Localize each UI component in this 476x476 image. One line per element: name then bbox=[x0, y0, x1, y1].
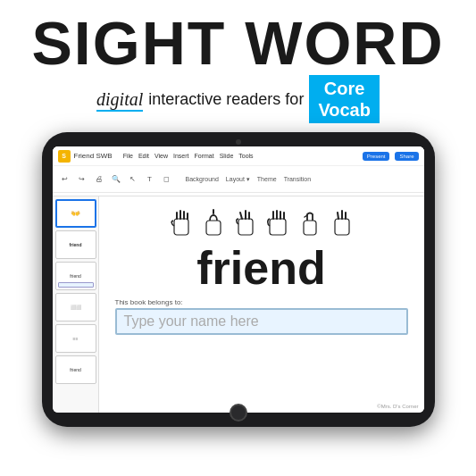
menu-file[interactable]: File bbox=[123, 153, 133, 159]
asl-hand-6 bbox=[328, 205, 356, 241]
svg-rect-5 bbox=[206, 221, 221, 235]
tablet-home-button[interactable] bbox=[230, 404, 247, 422]
asl-hands-row bbox=[167, 205, 356, 241]
menu-insert[interactable]: Insert bbox=[173, 153, 189, 159]
tablet-screen: S Friend SWB File Edit View Insert Forma… bbox=[53, 146, 424, 413]
slides-icon: S bbox=[58, 150, 71, 163]
page-wrapper: SIGHT WORD digital interactive readers f… bbox=[0, 0, 476, 476]
book-belongs-label: This book belongs to: bbox=[115, 298, 408, 306]
svg-rect-0 bbox=[174, 219, 188, 235]
main-title: SIGHT WORD bbox=[32, 13, 445, 73]
word-display: friend bbox=[196, 245, 325, 291]
share-button[interactable]: Share bbox=[395, 152, 418, 161]
tab-theme[interactable]: Theme bbox=[257, 176, 277, 183]
slides-tools-bar: ↩ ↪ 🖨 🔍 ↖ T ◻ Background Layout ▾ Theme … bbox=[53, 166, 424, 193]
svg-rect-18 bbox=[335, 219, 349, 235]
asl-hand-3 bbox=[231, 205, 260, 241]
slides-menu-items: File Edit View Insert Format Slide Tools bbox=[123, 153, 254, 159]
present-button[interactable]: Present bbox=[363, 152, 390, 161]
core-vocab-badge: Core Vocab bbox=[309, 75, 380, 123]
menu-tools[interactable]: Tools bbox=[238, 153, 253, 159]
subtitle-row: digital interactive readers for Core Voc… bbox=[18, 75, 458, 123]
subtitle-digital: digital bbox=[96, 89, 143, 110]
asl-hand-2 bbox=[199, 205, 228, 241]
name-input-field[interactable]: Type your name here bbox=[115, 308, 408, 335]
tool-shape[interactable]: ◻ bbox=[160, 172, 174, 187]
slide-thumb-2[interactable]: friend bbox=[55, 230, 96, 259]
tablet-camera bbox=[236, 139, 241, 145]
slide-thumb-1[interactable]: 👐 bbox=[55, 199, 96, 228]
tool-redo[interactable]: ↪ bbox=[75, 172, 89, 187]
slides-filename: Friend SWB bbox=[74, 152, 113, 160]
slides-toolbar: S Friend SWB File Edit View Insert Forma… bbox=[53, 146, 424, 196]
asl-hand-4 bbox=[263, 205, 292, 241]
tab-background[interactable]: Background bbox=[186, 176, 219, 183]
tool-text[interactable]: T bbox=[143, 172, 157, 187]
menu-edit[interactable]: Edit bbox=[138, 153, 149, 159]
book-belongs: This book belongs to: Type your name her… bbox=[112, 298, 412, 335]
svg-rect-11 bbox=[270, 219, 286, 235]
slide-thumb-4[interactable]: ⬜⬜ bbox=[55, 293, 96, 322]
theme-tabs: Background Layout ▾ Theme Transition bbox=[186, 176, 312, 183]
slides-menubar: S Friend SWB File Edit View Insert Forma… bbox=[53, 146, 424, 166]
tab-layout[interactable]: Layout ▾ bbox=[226, 176, 250, 183]
slide-thumb-6[interactable]: friend bbox=[55, 355, 96, 384]
menu-format[interactable]: Format bbox=[195, 153, 214, 159]
tool-print[interactable]: 🖨 bbox=[92, 172, 106, 187]
slides-title-area: S Friend SWB bbox=[58, 150, 113, 163]
slides-content: 👐 friend friend ⬜⬜ bbox=[53, 196, 424, 413]
svg-line-8 bbox=[240, 213, 242, 219]
main-slide: friend This book belongs to: Type your n… bbox=[99, 196, 424, 413]
slides-panel: 👐 friend friend ⬜⬜ bbox=[53, 196, 99, 413]
tool-cursor[interactable]: ↖ bbox=[126, 172, 140, 187]
svg-rect-16 bbox=[304, 221, 316, 235]
slide-thumb-5[interactable]: ≡≡ bbox=[55, 324, 96, 353]
asl-hand-1 bbox=[167, 205, 196, 241]
tablet-device: S Friend SWB File Edit View Insert Forma… bbox=[42, 132, 435, 427]
tool-undo[interactable]: ↩ bbox=[58, 172, 72, 187]
svg-line-19 bbox=[338, 213, 338, 219]
copyright-text: ©Mrs. D's Corner bbox=[377, 404, 418, 409]
tab-transition[interactable]: Transition bbox=[284, 176, 311, 183]
title-row: SIGHT WORD bbox=[18, 13, 458, 73]
menu-slide[interactable]: Slide bbox=[220, 153, 234, 159]
tool-zoom[interactable]: 🔍 bbox=[109, 172, 123, 187]
asl-hand-5 bbox=[296, 205, 324, 241]
menu-view[interactable]: View bbox=[154, 153, 168, 159]
slide-thumb-3[interactable]: friend bbox=[55, 262, 96, 290]
subtitle-interactive: interactive readers for bbox=[148, 90, 304, 109]
svg-rect-7 bbox=[238, 219, 253, 235]
